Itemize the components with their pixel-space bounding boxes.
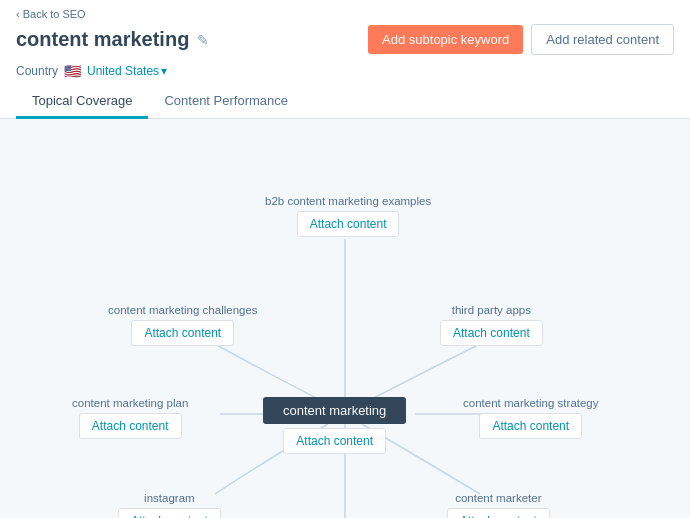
title-left: content marketing ✎ — [16, 28, 209, 51]
add-subtopic-button[interactable]: Add subtopic keyword — [368, 25, 523, 54]
country-label: Country — [16, 64, 58, 78]
country-name: United States — [87, 64, 159, 78]
back-link[interactable]: ‹ Back to SEO — [16, 8, 674, 20]
connector-lines — [0, 119, 690, 518]
node-third-party-attach[interactable]: Attach content — [440, 320, 543, 346]
edit-icon[interactable]: ✎ — [197, 32, 209, 48]
tab-content-performance[interactable]: Content Performance — [148, 85, 304, 119]
chevron-down-icon: ▾ — [161, 64, 167, 78]
node-challenges-attach[interactable]: Attach content — [131, 320, 234, 346]
node-challenges: content marketing challenges Attach cont… — [108, 304, 258, 346]
add-related-button[interactable]: Add related content — [531, 24, 674, 55]
node-challenges-label: content marketing challenges — [108, 304, 258, 316]
back-chevron-icon: ‹ — [16, 8, 20, 20]
node-b2b-label: b2b content marketing examples — [265, 195, 431, 207]
node-plan-label: content marketing plan — [72, 397, 188, 409]
node-third-party-label: third party apps — [452, 304, 531, 316]
node-strategy-attach[interactable]: Attach content — [479, 413, 582, 439]
tab-topical-coverage[interactable]: Topical Coverage — [16, 85, 148, 119]
node-b2b: b2b content marketing examples Attach co… — [265, 195, 431, 237]
node-instagram-attach[interactable]: Attach content — [118, 508, 221, 518]
node-third-party: third party apps Attach content — [440, 304, 543, 346]
node-plan-attach[interactable]: Attach content — [79, 413, 182, 439]
node-strategy: content marketing strategy Attach conten… — [463, 397, 599, 439]
center-node-attach[interactable]: Attach content — [283, 428, 386, 454]
center-node: content marketing Attach content — [263, 397, 406, 454]
node-b2b-attach[interactable]: Attach content — [297, 211, 400, 237]
flag-icon: 🇺🇸 — [64, 63, 81, 79]
header: ‹ Back to SEO content marketing ✎ Add su… — [0, 0, 690, 119]
center-node-label: content marketing — [263, 397, 406, 424]
node-marketer: content marketer Attach content — [447, 492, 550, 518]
tabs: Topical Coverage Content Performance — [16, 85, 674, 118]
node-strategy-label: content marketing strategy — [463, 397, 599, 409]
country-row: Country 🇺🇸 United States ▾ — [16, 63, 674, 79]
title-row: content marketing ✎ Add subtopic keyword… — [16, 24, 674, 55]
title-actions: Add subtopic keyword Add related content — [368, 24, 674, 55]
main-diagram: b2b content marketing examples Attach co… — [0, 119, 690, 518]
node-instagram-label: instagram — [144, 492, 195, 504]
page-title: content marketing — [16, 28, 189, 51]
node-instagram: instagram Attach content — [118, 492, 221, 518]
back-link-label: Back to SEO — [23, 8, 86, 20]
node-plan: content marketing plan Attach content — [72, 397, 188, 439]
country-link[interactable]: United States ▾ — [87, 64, 167, 78]
node-marketer-label: content marketer — [455, 492, 541, 504]
node-marketer-attach[interactable]: Attach content — [447, 508, 550, 518]
